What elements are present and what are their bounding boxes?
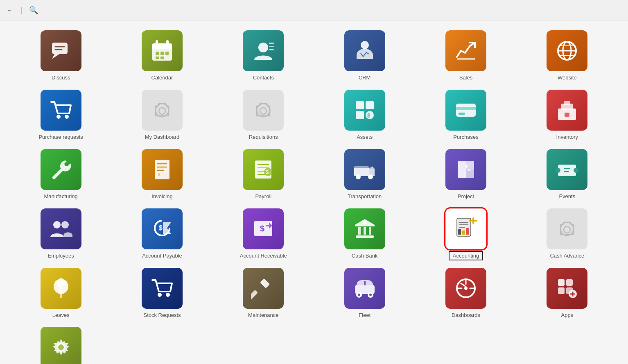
app-item-transportation[interactable]: Transportation (316, 149, 413, 200)
app-item-payroll[interactable]: $ Payroll (215, 149, 312, 200)
app-icon-cash-advance (547, 208, 587, 249)
svg-rect-16 (269, 49, 274, 50)
app-item-cash-bank[interactable]: Cash Bank (316, 208, 413, 260)
app-item-inventory[interactable]: Inventory (519, 90, 616, 141)
app-item-settings[interactable] (12, 327, 109, 364)
app-item-sales[interactable]: Sales (417, 30, 514, 81)
app-item-maintenance[interactable]: Maintenance (215, 268, 312, 319)
app-item-events[interactable]: Events (519, 149, 616, 200)
app-label-inventory: Inventory (556, 134, 578, 141)
app-icon-manufacturing (41, 149, 81, 190)
svg-marker-1 (52, 54, 59, 59)
svg-rect-89 (260, 278, 270, 288)
svg-point-87 (158, 293, 162, 297)
app-label-employees: Employees (48, 253, 74, 260)
app-label-accounting: Accounting (449, 251, 483, 260)
app-item-manufacturing[interactable]: Manufacturing (12, 149, 109, 200)
app-label-apps: Apps (561, 312, 574, 319)
app-item-employees[interactable]: Employees (12, 208, 109, 260)
app-label-website: Website (558, 75, 577, 81)
svg-point-55 (356, 174, 361, 179)
svg-text:$: $ (260, 224, 264, 233)
app-label-my-dashboard: My Dashboard (145, 134, 180, 141)
app-item-account-receivable[interactable]: $ Account Receivable (215, 208, 312, 260)
svg-point-56 (368, 174, 373, 179)
svg-rect-72 (356, 235, 374, 238)
svg-rect-96 (365, 282, 365, 285)
svg-rect-0 (52, 43, 68, 54)
app-item-website[interactable]: Website (519, 30, 616, 81)
app-item-purchase-requests[interactable]: Purchase requests (12, 90, 109, 141)
svg-rect-80 (458, 229, 461, 235)
app-icon-transportation (344, 149, 385, 190)
app-label-account-receivable: Account Receivable (240, 253, 287, 260)
app-icon-account-receivable: $ (243, 208, 284, 249)
svg-point-95 (369, 294, 372, 296)
app-icon-apps (547, 268, 587, 309)
app-icon-calendar (142, 30, 183, 71)
svg-rect-11 (156, 57, 159, 59)
svg-rect-30 (356, 101, 364, 109)
header-divider: | (20, 6, 23, 14)
app-label-manufacturing: Manufacturing (44, 193, 77, 200)
search-icon[interactable]: 🔍 (29, 6, 38, 15)
app-item-cash-advance[interactable]: Cash Advance (519, 208, 616, 260)
app-label-purchase-requests: Purchase requests (38, 134, 83, 141)
svg-point-24 (56, 115, 61, 119)
svg-rect-8 (156, 52, 159, 55)
svg-rect-79 (466, 228, 469, 235)
app-icon-website (547, 30, 587, 71)
app-label-purchases: Purchases (453, 134, 478, 141)
app-icon-cash-bank (344, 208, 385, 249)
app-icon-leaves (41, 268, 81, 309)
app-icon-fleet (344, 268, 385, 309)
app-icon-assets: $ (344, 90, 385, 131)
app-item-my-dashboard[interactable]: My Dashboard (113, 90, 210, 141)
app-item-account-payable[interactable]: $ Account Payable (113, 208, 210, 260)
app-item-calendar[interactable]: Calendar (113, 30, 210, 81)
app-item-invoicing[interactable]: $ Invoicing (113, 149, 210, 200)
svg-rect-104 (566, 279, 573, 286)
svg-rect-41 (565, 113, 569, 117)
svg-text:$: $ (266, 169, 269, 175)
svg-rect-78 (462, 231, 465, 235)
app-icon-requisitions (243, 90, 284, 131)
app-label-account-payable: Account Payable (142, 253, 182, 260)
app-item-dashboards[interactable]: Dashboards (417, 268, 514, 319)
app-item-assets[interactable]: $ Assets (316, 90, 413, 141)
app-item-accounting[interactable]: Accounting (417, 208, 514, 260)
svg-rect-103 (558, 279, 565, 286)
app-icon-contacts (243, 30, 284, 71)
app-icon-employees (41, 208, 81, 249)
app-item-stock-requests[interactable]: Stock Requests (113, 268, 210, 319)
svg-rect-32 (356, 111, 364, 119)
svg-text:$: $ (367, 112, 370, 119)
app-label-leaves: Leaves (52, 312, 70, 319)
header: ← | 🔍 (0, 0, 628, 20)
app-item-contacts[interactable]: Contacts (215, 30, 312, 81)
app-item-requisitions[interactable]: Requisitions (215, 90, 312, 141)
svg-point-29 (260, 108, 267, 114)
app-item-fleet[interactable]: Fleet (316, 268, 413, 319)
svg-rect-37 (459, 113, 465, 115)
app-item-purchases[interactable]: Purchases (417, 90, 514, 141)
app-item-leaves[interactable]: Leaves (12, 268, 109, 319)
svg-rect-31 (366, 101, 374, 109)
app-label-crm: CRM (359, 75, 371, 81)
app-label-transportation: Transportation (348, 193, 382, 200)
app-item-discuss[interactable]: Discuss (12, 30, 109, 81)
svg-rect-9 (160, 52, 164, 55)
svg-point-73 (363, 221, 366, 224)
app-item-project[interactable]: Project (417, 149, 514, 200)
svg-rect-57 (354, 166, 369, 168)
app-icon-accounting (445, 208, 486, 249)
svg-point-84 (564, 226, 570, 233)
app-item-crm[interactable]: CRM (316, 30, 413, 81)
app-label-maintenance: Maintenance (248, 312, 278, 319)
svg-point-17 (361, 41, 369, 49)
svg-rect-36 (456, 107, 476, 110)
apps-back-link[interactable]: ← (7, 7, 14, 14)
svg-text:$: $ (158, 172, 160, 177)
svg-point-94 (358, 294, 360, 296)
app-item-apps[interactable]: Apps (519, 268, 616, 319)
